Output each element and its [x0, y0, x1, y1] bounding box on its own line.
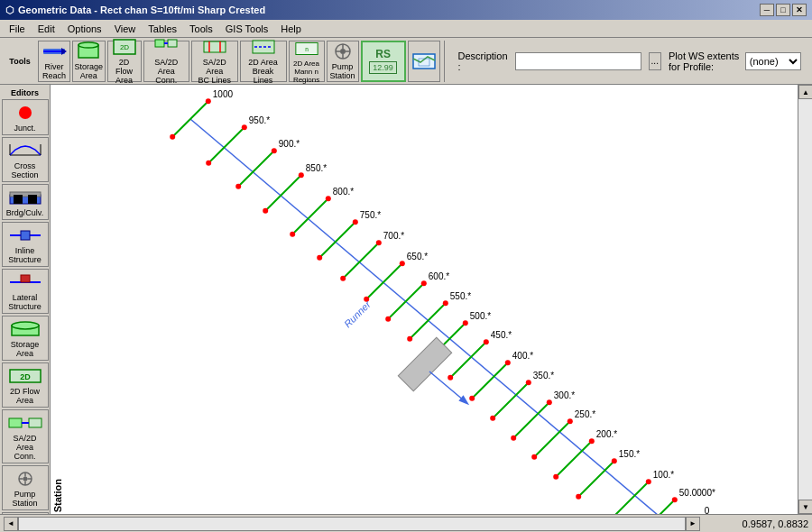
tools-label-btn: Tools [4, 41, 36, 82]
sidebar-item-sa2d[interactable]: SA/2D AreaConn. [2, 409, 49, 463]
2d-mann-label: 2D AreaMann nRegions [293, 60, 319, 84]
menu-item-gis-tools[interactable]: GIS Tools [220, 22, 274, 36]
bridge-label: Brdg/Culv. [6, 208, 43, 217]
coordinates-display: 0.9587, 0.8832 [700, 518, 808, 529]
storage-area-button[interactable]: StorageArea [72, 41, 106, 82]
sidebar-item-inline[interactable]: InlineStructure [2, 222, 49, 267]
2d-breaklines-label: 2D AreaBreak Lines [243, 58, 284, 85]
menubar: FileEditOptionsViewTablesToolsGIS ToolsH… [0, 20, 812, 38]
2d-flow-area-button[interactable]: 2D 2D FlowArea [107, 41, 142, 82]
titlebar-controls: ─ □ ✕ [760, 4, 807, 16]
2d-breaklines-button[interactable]: 2D AreaBreak Lines [240, 41, 287, 82]
menu-item-file[interactable]: File [4, 22, 31, 36]
scroll-left-button[interactable]: ◄ [4, 517, 18, 531]
description-input[interactable] [515, 52, 641, 70]
sidebar-item-2d-flow[interactable]: 2D 2D FlowArea [2, 362, 49, 408]
pump-station-icon [330, 41, 355, 61]
menu-item-edit[interactable]: Edit [32, 22, 60, 36]
river-reach-icon [42, 41, 67, 61]
pump-station-button[interactable]: PumpStation [327, 41, 359, 82]
scroll-track-vertical[interactable] [798, 99, 812, 500]
rs-value: 12.99 [369, 61, 397, 74]
window-title: Geometric Data - Rect chan S=10ft/mi Sha… [18, 5, 265, 15]
scroll-down-button[interactable]: ▼ [798, 500, 812, 514]
sidebar: Editors Junct. CrossSection [0, 85, 51, 514]
pump-station-label: PumpStation [330, 62, 355, 80]
main-area: Editors Junct. CrossSection [0, 85, 812, 514]
svg-rect-27 [14, 195, 23, 204]
rs-label: RS [375, 48, 391, 60]
2d-flow-area-label: 2D FlowArea [110, 58, 139, 85]
svg-rect-38 [29, 418, 42, 427]
sa2d-label: SA/2D AreaConn. [5, 434, 46, 461]
menu-item-help[interactable]: Help [275, 22, 307, 36]
cross-section-icon [7, 140, 43, 161]
pump-label-side: PumpStation [12, 490, 37, 508]
sidebar-item-pump[interactable]: PumpStation [2, 465, 49, 510]
lateral-icon [7, 271, 43, 293]
menu-item-view[interactable]: View [109, 22, 142, 36]
svg-rect-7 [155, 40, 164, 47]
svg-point-18 [340, 49, 346, 54]
inline-icon [7, 225, 43, 246]
minimize-button[interactable]: ─ [760, 4, 774, 16]
description-browse-button[interactable]: ... [649, 52, 661, 70]
geometry-canvas[interactable] [51, 85, 798, 514]
horizontal-scrollbar[interactable]: ◄ ► [4, 517, 700, 531]
river-reach-button[interactable]: RiverReach [38, 41, 70, 82]
sa2d-icon [7, 412, 43, 434]
toolbar: Tools RiverReach StorageArea 2D [0, 38, 812, 85]
menu-item-tools[interactable]: Tools [184, 22, 218, 36]
sidebar-item-cross-section[interactable]: CrossSection [2, 137, 49, 182]
map-button[interactable] [408, 41, 440, 82]
scroll-up-button[interactable]: ▲ [798, 85, 812, 99]
menu-item-tables[interactable]: Tables [143, 22, 182, 36]
river-reach-label: RiverReach [42, 62, 66, 80]
svg-text:n: n [305, 45, 309, 51]
sidebar-item-lateral[interactable]: LateralStructure [2, 269, 49, 314]
plot-ws-area: Plot WS extents for Profile: (none) [669, 50, 801, 72]
sidebar-item-storage[interactable]: StorageArea [2, 316, 49, 361]
station-label: Station [52, 479, 63, 512]
map-icon [411, 50, 437, 73]
svg-rect-28 [28, 195, 37, 204]
sa-2d-conn-button[interactable]: SA/2D AreaConn. [143, 41, 190, 82]
scroll-track-horizontal[interactable] [18, 517, 686, 531]
sa-2d-bc-icon [202, 37, 227, 57]
menu-item-options[interactable]: Options [62, 22, 107, 36]
pump-icon [7, 468, 43, 490]
plot-ws-label: Plot WS extents for Profile: [669, 50, 742, 72]
2d-flow-label: 2D FlowArea [10, 387, 40, 405]
2d-breaklines-icon [251, 37, 276, 57]
canvas-area[interactable]: Station [51, 85, 798, 514]
svg-rect-8 [168, 40, 177, 47]
app-icon: ⬡ [5, 5, 14, 16]
description-area: Description : ... Plot WS extents for Pr… [450, 50, 808, 72]
sidebar-item-htab[interactable]: HTab HTabParam. [2, 512, 49, 514]
titlebar: ⬡ Geometric Data - Rect chan S=10ft/mi S… [0, 0, 812, 20]
bridge-icon [7, 187, 43, 208]
storage-icon [7, 318, 43, 340]
2d-flow-area-icon: 2D [112, 37, 137, 57]
sa-2d-bc-button[interactable]: SA/2D AreaBC Lines [191, 41, 238, 82]
scroll-right-button[interactable]: ► [686, 517, 700, 531]
plot-ws-select[interactable]: (none) [745, 52, 801, 70]
bottombar: ◄ ► 0.9587, 0.8832 [0, 514, 812, 532]
sidebar-item-bridge[interactable]: Brdg/Culv. [2, 184, 49, 220]
svg-rect-10 [204, 41, 226, 52]
2d-mann-button[interactable]: n 2D AreaMann nRegions [289, 41, 325, 82]
vertical-scrollbar[interactable]: ▲ ▼ [798, 85, 812, 514]
sa-2d-conn-label: SA/2D AreaConn. [146, 58, 188, 85]
sa-2d-bc-label: SA/2D AreaBC Lines [194, 58, 235, 85]
2d-mann-icon: n [294, 39, 319, 59]
sidebar-item-junction[interactable]: Junct. [2, 99, 49, 135]
svg-rect-37 [9, 418, 22, 427]
editors-label: Editors [2, 88, 49, 97]
maximize-button[interactable]: □ [776, 4, 790, 16]
storage-area-label: StorageArea [75, 62, 104, 80]
storage-area-icon [76, 41, 101, 61]
sa-2d-conn-icon [153, 37, 179, 57]
rs-button[interactable]: RS 12.99 [361, 41, 406, 82]
svg-text:2D: 2D [119, 43, 128, 51]
close-button[interactable]: ✕ [792, 4, 807, 16]
